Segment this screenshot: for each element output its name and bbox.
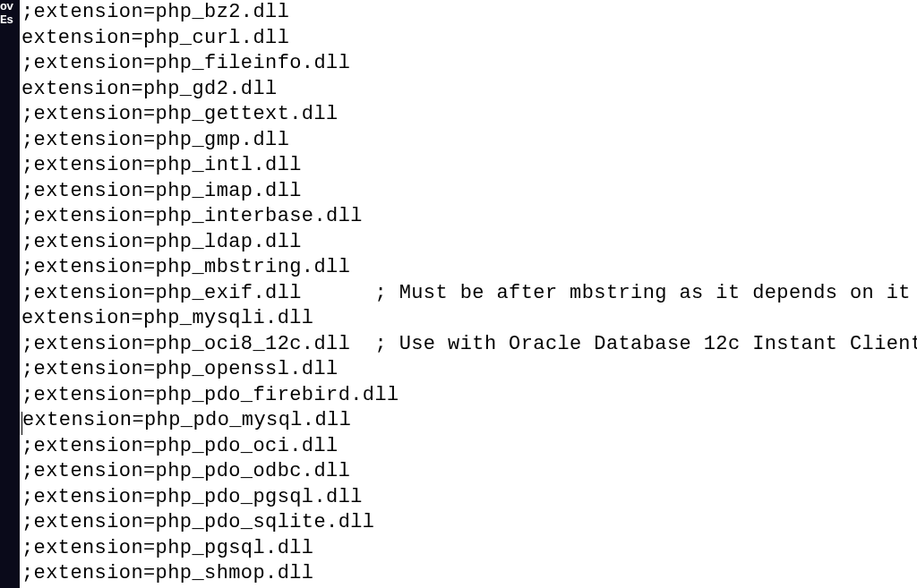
code-line[interactable]: ;extension=php_gettext.dll	[21, 102, 917, 128]
code-line[interactable]: ;extension=php_pdo_oci.dll	[21, 434, 917, 460]
code-line[interactable]: ;extension=php_imap.dll	[21, 179, 917, 205]
code-line[interactable]: extension=php_pdo_mysql.dll	[21, 408, 917, 434]
code-line[interactable]: ;extension=php_pdo_firebird.dll	[21, 383, 917, 409]
gutter-label-bottom: Es	[0, 13, 13, 27]
gutter-label-top: ov	[0, 0, 13, 13]
code-line[interactable]: extension=php_gd2.dll	[21, 77, 917, 103]
code-line[interactable]: ;extension=php_shmop.dll	[21, 561, 917, 587]
code-line[interactable]: ;extension=php_ldap.dll	[21, 230, 917, 256]
code-line[interactable]: extension=php_mysqli.dll	[21, 306, 917, 332]
code-line[interactable]: ;extension=php_intl.dll	[21, 153, 917, 179]
code-line[interactable]: ;extension=php_pdo_sqlite.dll	[21, 510, 917, 536]
code-line[interactable]: ;extension=php_pgsql.dll	[21, 536, 917, 562]
code-line[interactable]: extension=php_curl.dll	[21, 26, 917, 52]
text-cursor	[21, 412, 22, 435]
code-line[interactable]: ;extension=php_openssl.dll	[21, 357, 917, 383]
code-line[interactable]: ;extension=php_interbase.dll	[21, 204, 917, 230]
code-line[interactable]: ;extension=php_pdo_pgsql.dll	[21, 485, 917, 511]
code-line[interactable]: ;extension=php_mbstring.dll	[21, 255, 917, 281]
code-line[interactable]: ;extension=php_pdo_odbc.dll	[21, 459, 917, 485]
code-line[interactable]: ;extension=php_gmp.dll	[21, 128, 917, 154]
code-line[interactable]: ;extension=php_oci8_12c.dll ; Use with O…	[21, 332, 917, 358]
line-number-gutter: ov Es	[0, 0, 20, 588]
code-line[interactable]: ;extension=php_bz2.dll	[21, 0, 917, 26]
text-editor-area[interactable]: ;extension=php_bz2.dllextension=php_curl…	[20, 0, 917, 588]
code-line[interactable]: ;extension=php_exif.dll ; Must be after …	[21, 281, 917, 307]
gutter-corner-label: ov Es	[0, 0, 13, 27]
code-line[interactable]: ;extension=php_fileinfo.dll	[21, 51, 917, 77]
